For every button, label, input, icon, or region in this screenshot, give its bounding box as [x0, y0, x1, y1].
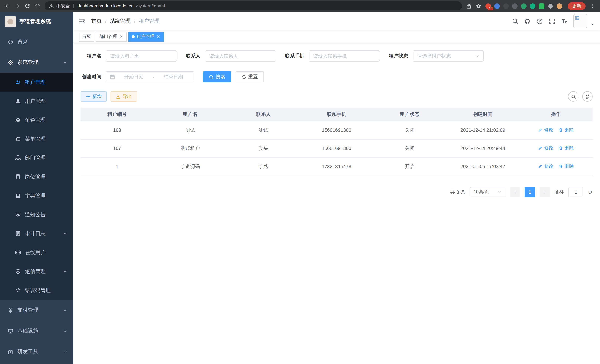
edit-link[interactable]: 修改 — [538, 127, 553, 133]
sidebar-item-tree[interactable]: 部门管理 — [0, 149, 73, 167]
chevron-down-icon — [63, 350, 67, 354]
extension-gray[interactable] — [512, 3, 518, 9]
sidebar-toggle-icon[interactable] — [79, 18, 85, 25]
edit-icon — [538, 164, 543, 169]
create-time-label: 创建时间 — [81, 74, 101, 80]
search-button[interactable]: 搜索 — [203, 71, 231, 82]
chevron-down-icon — [63, 269, 67, 273]
sidebar-item-dashboard[interactable]: 首页 — [0, 31, 73, 52]
sidebar-item-label: 首页 — [18, 38, 67, 45]
chevron-down-icon — [63, 308, 67, 312]
sidebar-item-message[interactable]: 通知公告 — [0, 205, 73, 224]
sidebar-item-code[interactable]: 错误码管理 — [0, 281, 73, 300]
edit-link-label: 修改 — [544, 145, 553, 151]
chevron-right-icon — [543, 190, 547, 194]
next-page-button[interactable] — [540, 187, 550, 197]
help-icon[interactable] — [536, 18, 543, 24]
mobile-input[interactable] — [309, 50, 380, 62]
avatar[interactable] — [573, 14, 587, 28]
infra-icon — [8, 328, 13, 334]
refresh-table-button[interactable] — [582, 91, 593, 102]
browser-menu-icon[interactable] — [590, 3, 596, 9]
extension-blue[interactable] — [494, 3, 500, 9]
browser-home-icon[interactable] — [35, 3, 40, 9]
prev-page-button[interactable] — [510, 187, 520, 197]
extension-green-circle[interactable] — [521, 3, 526, 9]
pagination: 共 3 条 10条/页 1 前往 页 — [81, 187, 593, 197]
breadcrumb-item[interactable]: 系统管理 — [110, 18, 131, 25]
sidebar-item-dict[interactable]: 字典管理 — [0, 186, 73, 205]
extension-teal-circle[interactable] — [530, 3, 535, 9]
filter-row-2: 创建时间 开始日期 - 结束日期 搜索 重置 — [81, 71, 593, 82]
calendar-icon — [110, 74, 115, 79]
tool-icon — [8, 349, 13, 355]
address-bar[interactable]: 不安全 dashboard.yudao.iocoder.cn/system/te… — [45, 1, 462, 10]
sidebar-item-infra[interactable]: 基础设施 — [0, 321, 73, 341]
cell-mobile: 15601691300 — [300, 139, 373, 157]
header-search-icon[interactable] — [512, 18, 518, 24]
extension-green-square[interactable] — [539, 3, 544, 9]
sidebar-item-online[interactable]: 在线用户 — [0, 243, 73, 262]
sidebar-item-gear[interactable]: 系统管理 — [0, 52, 73, 73]
cell-created: 2021-12-14 20:49:44 — [446, 139, 519, 157]
dict-icon — [15, 193, 21, 198]
sidebar-item-sms[interactable]: 短信管理 — [0, 262, 73, 281]
trash-icon — [559, 146, 563, 150]
delete-link[interactable]: 删除 — [559, 127, 574, 133]
avatar-caret-icon[interactable] — [590, 22, 594, 26]
profile-avatar[interactable] — [557, 3, 562, 9]
export-button[interactable]: 导出 — [111, 91, 137, 102]
sidebar-item-pay[interactable]: 支付管理 — [0, 300, 73, 321]
github-icon[interactable] — [524, 18, 531, 24]
reset-button[interactable]: 重置 — [236, 71, 264, 82]
sidebar-item-menu[interactable]: 菜单管理 — [0, 130, 73, 149]
delete-link[interactable]: 删除 — [559, 145, 574, 151]
sidebar-item-user[interactable]: 用户管理 — [0, 92, 73, 111]
table-toolbar: 新增 导出 — [81, 91, 593, 102]
cell-actions: 修改删除 — [519, 139, 593, 157]
column-header: 联系人 — [227, 108, 300, 121]
table-row: 108测试测试15601691300关闭2021-12-14 21:02:09修… — [81, 121, 593, 139]
sidebar-item-badge[interactable]: 岗位管理 — [0, 167, 73, 186]
extension-red[interactable]: 10 — [485, 3, 491, 9]
page-size-value: 10条/页 — [473, 189, 489, 195]
sidebar-item-label: 用户管理 — [25, 98, 67, 104]
page-1-button[interactable]: 1 — [525, 187, 535, 197]
extension-dark[interactable] — [503, 3, 509, 9]
search-icon — [571, 94, 576, 99]
sidebar-item-roles[interactable]: 角色管理 — [0, 111, 73, 130]
tag-item[interactable]: 首页 — [79, 32, 94, 41]
column-header: 操作 — [519, 108, 593, 121]
tag-item[interactable]: 租户管理 — [128, 32, 164, 41]
browser-forward-icon[interactable] — [14, 3, 20, 9]
delete-link[interactable]: 删除 — [559, 163, 574, 169]
chrome-update-button[interactable]: 更新 — [568, 2, 586, 10]
toggle-search-button[interactable] — [568, 91, 579, 102]
browser-back-icon[interactable] — [4, 3, 10, 9]
status-select[interactable]: 请选择租户状态 — [412, 50, 484, 62]
sidebar-item-tool[interactable]: 研发工具 — [0, 341, 73, 362]
fullscreen-icon[interactable] — [549, 18, 555, 24]
font-size-icon[interactable] — [561, 18, 567, 24]
edit-link[interactable]: 修改 — [538, 163, 553, 169]
extensions-puzzle[interactable] — [548, 3, 553, 9]
bookmark-star-icon[interactable] — [476, 3, 481, 9]
tenant-name-input[interactable] — [106, 50, 177, 62]
sidebar-item-tenant[interactable]: 租户管理 — [0, 73, 73, 92]
goto-page-input[interactable] — [568, 187, 583, 197]
date-range-picker[interactable]: 开始日期 - 结束日期 — [106, 71, 194, 82]
tag-label: 租户管理 — [137, 33, 154, 40]
add-button[interactable]: 新增 — [81, 91, 107, 102]
security-warning-icon[interactable] — [49, 3, 54, 8]
edit-link[interactable]: 修改 — [538, 145, 553, 151]
page-size-select[interactable]: 10条/页 — [470, 187, 505, 197]
sidebar-item-label: 研发工具 — [18, 348, 59, 355]
tag-item[interactable]: 部门管理 — [96, 32, 127, 41]
code-icon — [15, 288, 21, 293]
browser-reload-icon[interactable] — [25, 3, 30, 9]
sidebar-item-label: 基础设施 — [18, 328, 59, 334]
breadcrumb-item[interactable]: 首页 — [91, 18, 102, 25]
sidebar-item-log[interactable]: 审计日志 — [0, 224, 73, 243]
contact-input[interactable] — [205, 50, 276, 62]
share-icon[interactable] — [466, 3, 472, 9]
